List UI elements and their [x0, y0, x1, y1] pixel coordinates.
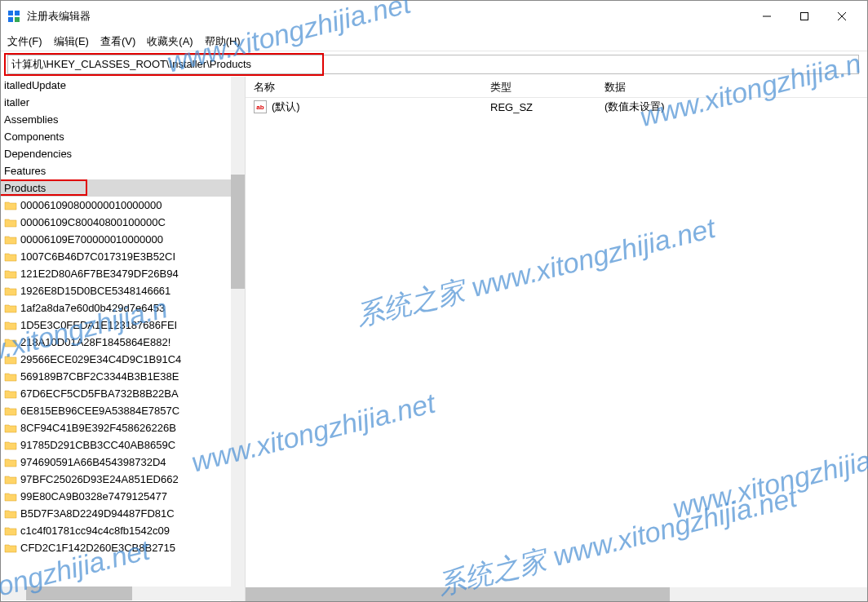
close-button[interactable] [823, 3, 861, 29]
menu-view[interactable]: 查看(V) [100, 34, 135, 49]
tree-item[interactable]: c1c4f01781cc94c4c8fb1542c09 [1, 522, 245, 539]
tree-item[interactable]: Assemblies [1, 111, 245, 128]
svg-rect-5 [801, 13, 808, 20]
listview-body: ab(默认)REG_SZ(数值未设置) [246, 98, 867, 587]
listview-hscroll-thumb[interactable] [246, 587, 670, 601]
tree-item[interactable]: 1af2a8da7e60d0b429d7e6453 [1, 299, 245, 316]
tree-item[interactable]: Products [1, 179, 245, 197]
tree-label: 99E80CA9B0328e7479125477 [20, 490, 167, 502]
folder-icon [4, 491, 17, 502]
tree-label: c1c4f01781cc94c4c8fb1542c09 [20, 525, 170, 537]
tree-label: Components [4, 131, 64, 143]
tree-item[interactable]: 974690591A66B454398732D4 [1, 454, 245, 471]
app-icon [7, 10, 20, 23]
tree-hscrollbar[interactable] [2, 587, 245, 600]
tree-item[interactable]: italledUpdate [1, 77, 245, 94]
value-name: (默认) [272, 100, 300, 114]
address-input[interactable]: 计算机\HKEY_CLASSES_ROOT\Installer\Products [7, 55, 859, 74]
tree-label: italledUpdate [4, 79, 66, 91]
folder-icon [4, 286, 17, 297]
tree-label: 8CF94C41B9E392F458626226B [20, 422, 176, 434]
value-data: (数值未设置) [604, 100, 867, 114]
col-data[interactable]: 数据 [604, 80, 867, 95]
menubar: 文件(F) 编辑(E) 查看(V) 收藏夹(A) 帮助(H) [1, 32, 867, 51]
tree-label: 67D6ECF5CD5FBA732B8B22BA [20, 387, 179, 400]
svg-rect-3 [15, 17, 20, 22]
string-icon: ab [254, 100, 267, 113]
folder-icon [4, 354, 17, 365]
folder-icon [4, 217, 17, 228]
folder-icon [4, 423, 17, 434]
tree-label: CFD2C1F142D260E3CB8B2715 [20, 542, 175, 554]
tree-label: 000061090800000010000000 [20, 199, 162, 211]
listview-hscrollbar[interactable] [246, 587, 867, 601]
tree-label: 91785D291CBB3CC40AB8659C [20, 439, 175, 451]
tree-pane[interactable]: italledUpdateitallerAssembliesComponents… [1, 77, 246, 601]
tree-item[interactable]: 121E2D80A6F7BE3479DF26B94 [1, 265, 245, 282]
tree-label: 00006109C80040800100000C [20, 216, 166, 228]
tree-item[interactable]: 569189B7CBF2C3344B3B1E38E [1, 368, 245, 385]
tree-item[interactable]: 8CF94C41B9E392F458626226B [1, 419, 245, 436]
tree-item[interactable]: 1926E8D15D0BCE5348146661 [1, 282, 245, 299]
window-controls [748, 3, 861, 29]
tree-label: 121E2D80A6F7BE3479DF26B94 [20, 268, 179, 280]
workarea: italledUpdateitallerAssembliesComponents… [1, 77, 867, 601]
folder-icon [4, 388, 17, 400]
tree-item[interactable]: 00006109E700000010000000 [1, 231, 245, 248]
menu-edit[interactable]: 编辑(E) [54, 34, 89, 49]
maximize-button[interactable] [786, 3, 823, 29]
tree-item[interactable]: 99E80CA9B0328e7479125477 [1, 488, 245, 505]
list-row[interactable]: ab(默认)REG_SZ(数值未设置) [246, 98, 867, 116]
tree-item[interactable]: 97BFC25026D93E24A851ED662 [1, 471, 245, 488]
tree-item[interactable]: CFD2C1F142D260E3CB8B2715 [1, 539, 245, 556]
menu-help[interactable]: 帮助(H) [205, 34, 241, 49]
tree-item[interactable]: B5D7F3A8D2249D94487FD81C [1, 505, 245, 522]
registry-editor-window: 注册表编辑器 文件(F) 编辑(E) 查看(V) 收藏夹(A) 帮助(H) 计算… [0, 0, 868, 602]
tree-label: 218A10D01A28F1845864E882! [20, 336, 170, 348]
folder-icon [4, 405, 17, 417]
tree-vscrollbar[interactable] [231, 77, 245, 601]
folder-icon [4, 440, 17, 451]
tree-label: 1af2a8da7e60d0b429d7e6453 [20, 302, 165, 314]
tree-item[interactable]: Dependencies [1, 145, 245, 162]
folder-icon [4, 457, 17, 468]
tree-label: Products [4, 182, 46, 194]
tree-item[interactable]: 1007C6B46D7C017319E3B52CI [1, 248, 245, 265]
tree-hscroll-thumb[interactable] [26, 587, 132, 600]
window-title: 注册表编辑器 [27, 9, 748, 24]
tree-item[interactable]: 1D5E3C0FEDA1E123187686FEI [1, 316, 245, 334]
tree-item[interactable]: Components [1, 128, 245, 145]
tree-item[interactable]: 000061090800000010000000 [1, 197, 245, 214]
col-type[interactable]: 类型 [490, 80, 604, 95]
folder-icon [4, 234, 17, 246]
col-name[interactable]: 名称 [246, 80, 490, 95]
tree-item[interactable]: italler [1, 94, 245, 111]
tree-item[interactable]: 67D6ECF5CD5FBA732B8B22BA [1, 385, 245, 402]
listview-pane[interactable]: 名称 类型 数据 ab(默认)REG_SZ(数值未设置) [246, 77, 867, 601]
tree-item[interactable]: 00006109C80040800100000C [1, 214, 245, 231]
tree-item[interactable]: 218A10D01A28F1845864E882! [1, 334, 245, 351]
tree-label: B5D7F3A8D2249D94487FD81C [20, 507, 175, 520]
tree-item[interactable]: 29566ECE029E34C4D9C1B91C4 [1, 351, 245, 368]
folder-icon [4, 542, 17, 554]
folder-icon [4, 251, 17, 263]
tree-label: Dependencies [4, 148, 72, 160]
tree-vscroll-thumb[interactable] [231, 175, 245, 289]
tree-label: 97BFC25026D93E24A851ED662 [20, 473, 179, 485]
folder-icon [4, 320, 17, 331]
minimize-button[interactable] [748, 3, 786, 29]
tree-label: 00006109E700000010000000 [20, 233, 163, 246]
tree-label: 29566ECE029E34C4D9C1B91C4 [20, 353, 181, 365]
tree-item[interactable]: 6E815EB96CEE9A53884E7857C [1, 402, 245, 419]
tree-label: 974690591A66B454398732D4 [20, 456, 166, 468]
tree-label: 1D5E3C0FEDA1E123187686FEI [20, 319, 177, 331]
menu-file[interactable]: 文件(F) [7, 34, 42, 49]
tree-label: 569189B7CBF2C3344B3B1E38E [20, 370, 179, 383]
menu-favorites[interactable]: 收藏夹(A) [147, 34, 193, 49]
tree-item[interactable]: Features [1, 162, 245, 179]
tree-item[interactable]: 91785D291CBB3CC40AB8659C [1, 436, 245, 454]
folder-icon [4, 474, 17, 485]
svg-rect-0 [8, 11, 13, 15]
tree-label: 6E815EB96CEE9A53884E7857C [20, 405, 179, 417]
address-path: 计算机\HKEY_CLASSES_ROOT\Installer\Products [11, 57, 251, 72]
